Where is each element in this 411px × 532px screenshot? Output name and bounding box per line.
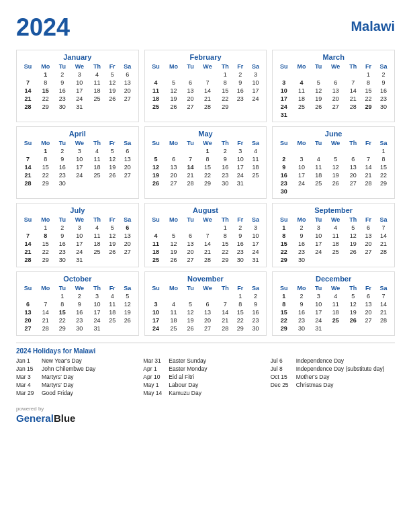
calendar-day: 6 (19, 300, 36, 308)
month-table-october: SuMoTuWeThFrSa12345678910111213141516171… (19, 284, 136, 332)
calendar-day (292, 187, 311, 195)
calendar-day: 5 (105, 224, 120, 232)
day-header: Fr (233, 216, 248, 224)
calendar-day: 17 (70, 87, 89, 95)
holiday-name: Independence Day (substitute day) (296, 365, 385, 372)
day-header: We (198, 216, 218, 224)
month-title-july: July (19, 206, 136, 214)
calendar-day (183, 147, 197, 155)
calendar-day: 5 (345, 224, 361, 232)
calendar-day: 2 (55, 71, 70, 79)
calendar-day: 4 (248, 147, 264, 155)
calendar-day: 5 (311, 79, 326, 87)
calendar-day: 28 (36, 324, 55, 332)
calendar-day: 8 (217, 79, 233, 87)
calendar-day: 19 (120, 308, 136, 316)
calendar-day (326, 111, 345, 119)
calendar-day: 14 (361, 163, 376, 171)
calendar-day: 31 (70, 103, 89, 111)
calendar-day: 7 (345, 79, 361, 87)
holiday-date: Jan 15 (16, 365, 39, 372)
day-header: Mo (36, 62, 55, 71)
calendar-day: 9 (55, 155, 70, 163)
calendar-day: 14 (19, 87, 36, 95)
month-block-april: AprilSuMoTuWeThFrSa123456789101112131415… (16, 126, 139, 199)
calendar-day: 11 (89, 79, 105, 87)
day-header: Mo (164, 284, 183, 292)
month-title-august: August (148, 206, 264, 214)
day-header: Mo (292, 139, 311, 147)
calendar-day: 14 (19, 163, 36, 171)
month-block-september: SeptemberSuMoTuWeThFrSa12345678910111213… (272, 203, 395, 267)
calendar-day: 24 (148, 324, 165, 332)
calendar-day: 30 (55, 103, 70, 111)
calendar-day: 31 (275, 111, 292, 119)
calendar-day: 16 (55, 163, 70, 171)
calendar-day (345, 147, 361, 155)
calendar-day (120, 179, 136, 187)
calendar-day: 15 (36, 163, 55, 171)
day-header: We (326, 62, 345, 71)
calendar-day: 23 (248, 316, 264, 324)
month-title-november: November (148, 275, 264, 283)
month-block-march: MarchSuMoTuWeThFrSa123456789101112131415… (272, 50, 395, 122)
calendar-day (375, 187, 392, 195)
holiday-item: Oct 15Mother's Day (271, 373, 395, 380)
day-header: Fr (105, 62, 120, 71)
calendar-day: 26 (105, 95, 120, 103)
holiday-item: Mar 3Martyrs' Day (16, 373, 140, 380)
calendar-day (105, 103, 120, 111)
calendar-day: 22 (36, 95, 55, 103)
calendar-day: 21 (361, 171, 376, 179)
calendar-day: 2 (233, 71, 248, 79)
day-header: Su (19, 62, 36, 71)
calendar-day: 19 (183, 316, 197, 324)
calendar-day: 14 (375, 232, 392, 240)
holiday-date: May 1 (143, 382, 166, 388)
calendar-day: 18 (89, 240, 105, 248)
calendar-day: 27 (120, 171, 136, 179)
calendar-day: 4 (148, 232, 165, 240)
calendar-day: 8 (36, 155, 55, 163)
calendar-day: 13 (164, 163, 183, 171)
calendar-day: 21 (375, 240, 392, 248)
holiday-date: May 14 (143, 390, 166, 396)
calendar-day: 3 (275, 79, 292, 87)
day-header: We (198, 62, 218, 71)
month-title-december: December (275, 275, 392, 283)
holiday-item: May 14Kamuzu Day (143, 390, 267, 396)
day-header: We (70, 139, 89, 147)
calendar-day: 23 (233, 248, 248, 256)
calendar-day (311, 147, 326, 155)
day-header: Mo (36, 284, 55, 292)
calendar-day: 9 (375, 79, 392, 87)
calendar-day: 25 (292, 103, 311, 111)
calendar-day: 11 (326, 300, 345, 308)
calendar-day: 12 (311, 87, 326, 95)
calendar-day: 29 (55, 324, 70, 332)
calendar-day (292, 147, 311, 155)
calendar-day: 9 (217, 155, 233, 163)
calendar-day: 21 (19, 248, 36, 256)
calendar-day (275, 147, 292, 155)
calendar-day (148, 224, 165, 232)
calendar-day: 15 (375, 163, 392, 171)
calendar-day: 10 (248, 232, 264, 240)
calendar-day: 23 (292, 316, 311, 324)
calendar-day: 25 (311, 179, 326, 187)
day-header: Tu (55, 139, 70, 147)
day-header: Mo (164, 216, 183, 224)
calendar-day: 17 (70, 163, 89, 171)
calendar-day: 9 (248, 300, 264, 308)
holiday-date: Mar 4 (16, 382, 39, 388)
day-header: Tu (183, 216, 197, 224)
calendar-day: 3 (70, 147, 89, 155)
calendar-day: 9 (275, 163, 292, 171)
calendar-day: 1 (55, 292, 70, 300)
calendar-day: 26 (183, 324, 197, 332)
month-table-february: SuMoTuWeThFrSa12345678910111213141516171… (148, 62, 264, 111)
footer: powered by GeneralBlue (16, 406, 395, 425)
calendar-day: 20 (198, 316, 218, 324)
calendar-day: 28 (198, 256, 218, 264)
day-header: Tu (183, 139, 197, 147)
